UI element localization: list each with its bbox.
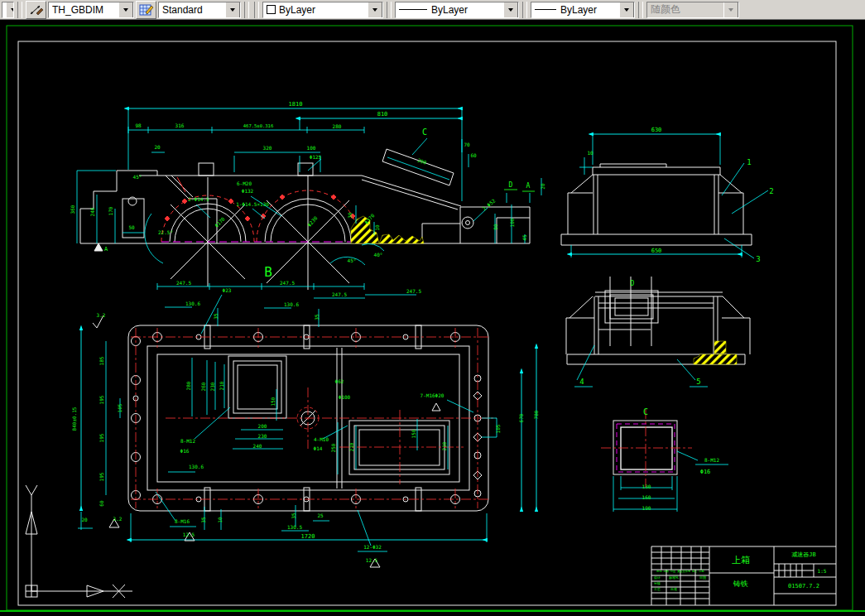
- linetype-combo[interactable]: ByLayer: [395, 2, 519, 18]
- dim-label: 10: [587, 150, 593, 156]
- dim-label: 标记 处数 分区 更改文件号 签名 日期: [656, 570, 704, 573]
- chevron-down-icon[interactable]: [225, 2, 240, 18]
- dim-label: 20: [540, 183, 545, 190]
- dim-label: 12.5: [366, 557, 378, 563]
- toolbar: TH_GBDIM Standard ByLayer ByLayer ByLaye…: [0, 0, 865, 20]
- toolbar-separator: [254, 2, 259, 18]
- dim-label: Φ125: [310, 154, 322, 160]
- docked-combo-stub[interactable]: [2, 2, 14, 18]
- dim-style-icon: [29, 3, 44, 17]
- dim-label: 467.5±0.316: [243, 123, 273, 128]
- dim-label: 195: [99, 433, 104, 442]
- dim-label: 240: [253, 443, 262, 449]
- text-style-value: Standard: [162, 4, 225, 16]
- dim-label: 60: [470, 152, 477, 158]
- dim-label: 3: [756, 255, 760, 263]
- dim-label: 8-M12: [704, 457, 719, 463]
- dim-label: 210: [441, 441, 447, 450]
- toolbar-separator: [522, 2, 527, 18]
- dim-label: 280: [185, 381, 191, 390]
- dim-label: 130.6: [284, 301, 299, 307]
- dim-label: 200: [258, 423, 267, 429]
- drawing-canvas[interactable]: 181098316467.5±0.31681028020320100Φ125C2…: [0, 0, 865, 616]
- toolbar-separator: [244, 2, 249, 18]
- dim-label: 10: [217, 517, 223, 523]
- dim-label: 130.6: [189, 464, 204, 469]
- dim-style-combo[interactable]: TH_GBDIM: [48, 2, 134, 18]
- dim-label: 20: [154, 144, 161, 150]
- chevron-down-icon[interactable]: [368, 2, 382, 18]
- dim-label: 2: [769, 187, 773, 195]
- dim-label: 100: [307, 145, 316, 151]
- chevron-down-icon[interactable]: [6, 2, 14, 18]
- color-combo[interactable]: ByLayer: [262, 2, 383, 18]
- dim-label: Φ23: [223, 287, 232, 293]
- dim-label: 780: [533, 410, 539, 419]
- dim-label: 20: [81, 517, 88, 522]
- toolbar-separator: [17, 2, 22, 18]
- lineweight-combo[interactable]: ByLayer: [531, 2, 635, 18]
- dim-label: Φ132: [242, 188, 254, 194]
- dim-label: 105: [117, 403, 123, 412]
- dim-label: 30: [347, 212, 353, 219]
- dim-label: 100: [509, 218, 515, 227]
- dim-style-button[interactable]: [26, 1, 46, 19]
- dim-label: 上箱: [732, 555, 750, 565]
- dim-label: 批准: [670, 587, 677, 591]
- dim-label: 8-M12: [180, 438, 195, 444]
- dim-label: 280: [333, 123, 342, 129]
- color-value: ByLayer: [279, 4, 368, 16]
- chevron-down-icon[interactable]: [118, 2, 133, 18]
- dim-label: 铸铁: [733, 580, 748, 588]
- dim-label: 130: [642, 484, 651, 489]
- dim-label: 240: [89, 207, 95, 216]
- dim-label: 4-M10: [314, 436, 329, 442]
- dim-label: 50: [128, 224, 135, 230]
- dim-label: 2-Φ14.5: [188, 196, 209, 202]
- dim-label: 670: [518, 413, 524, 422]
- dim-label: 设计: [654, 575, 661, 580]
- text-style-combo[interactable]: Standard: [158, 2, 241, 18]
- color-swatch: [267, 5, 276, 14]
- dim-label: 160: [642, 494, 651, 500]
- dim-label: 316: [175, 123, 185, 128]
- dim-label: 150: [270, 397, 276, 406]
- dim-label: Φ62: [335, 378, 344, 384]
- dim-label: 3.2: [113, 516, 123, 522]
- dim-label: 45°: [348, 257, 357, 263]
- dim-label: 3.2: [97, 312, 106, 318]
- dim-label: 195: [99, 472, 104, 481]
- dim-label: 1:5: [818, 568, 827, 574]
- dim-label: 630: [651, 127, 662, 133]
- dim-label: 320: [263, 145, 272, 151]
- dim-label: 日期: [699, 575, 706, 580]
- dim-label: 650: [651, 248, 662, 254]
- lineweight-value: ByLayer: [560, 4, 619, 16]
- dim-label: Φ14: [314, 445, 323, 451]
- dim-label: 98: [135, 123, 142, 128]
- dim-label: 1810: [289, 101, 303, 108]
- dim-style-value: TH_GBDIM: [52, 4, 118, 16]
- dim-label: 190: [642, 505, 651, 511]
- dim-label: 35: [213, 313, 219, 320]
- dim-label: 35: [291, 513, 296, 519]
- dim-label: 10: [374, 224, 380, 231]
- chevron-down-icon: [723, 2, 738, 18]
- dim-label: 减速器JB: [791, 551, 815, 558]
- dim-label: 25: [317, 513, 324, 518]
- dim-label: 45°: [133, 174, 142, 180]
- dim-label: 22.5°: [158, 229, 173, 235]
- dim-label: D: [509, 181, 513, 189]
- text-style-button[interactable]: [136, 1, 156, 19]
- dim-label: C: [422, 128, 427, 137]
- dim-label: 360: [70, 205, 75, 214]
- dim-label: 130.6: [185, 301, 200, 306]
- chevron-down-icon[interactable]: [619, 2, 634, 18]
- text-style-icon: [139, 3, 154, 17]
- dim-label: 195: [99, 395, 104, 404]
- dim-label: 35: [200, 517, 206, 523]
- dim-label: 90: [493, 224, 498, 230]
- dim-label: 150: [411, 429, 416, 438]
- chevron-down-icon[interactable]: [503, 2, 518, 18]
- toolbar-separator: [387, 2, 392, 18]
